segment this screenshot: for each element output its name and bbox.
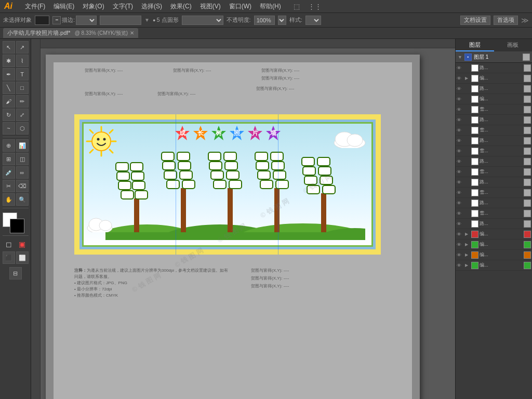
- menu-view[interactable]: 视图(V): [200, 2, 221, 11]
- tab-close-button[interactable]: ✕: [130, 30, 134, 36]
- layer-row[interactable]: 👁 路...: [456, 219, 532, 229]
- column-graph-tool[interactable]: 📊: [16, 139, 29, 152]
- layer-row[interactable]: 👁 雪...: [456, 146, 532, 156]
- scissors-tool[interactable]: ✂: [3, 180, 15, 192]
- zoom-tool[interactable]: 🔍: [16, 193, 29, 206]
- style-select[interactable]: [305, 16, 321, 25]
- layer-row[interactable]: 👁 路...: [456, 177, 532, 188]
- eye-icon[interactable]: 👁: [457, 169, 464, 175]
- stroke-select[interactable]: [76, 16, 97, 25]
- layer-row[interactable]: 👁 雪...: [456, 167, 532, 177]
- eye-icon[interactable]: 👁: [457, 190, 464, 195]
- eye-icon[interactable]: 👁: [457, 117, 464, 123]
- eraser-tool[interactable]: ⌫: [16, 180, 29, 192]
- scale-tool[interactable]: ⤢: [16, 109, 29, 121]
- eye-icon[interactable]: 👁: [457, 86, 464, 91]
- document-tab[interactable]: 小学幼儿学校照片墙.pdf* @ 8.33% (CMYK/预览) ✕: [3, 28, 138, 38]
- svg-rect-53: [208, 152, 221, 161]
- eye-icon[interactable]: 👁: [457, 107, 464, 112]
- layer-row[interactable]: 👁 雪...: [456, 104, 532, 115]
- layer-icon: [471, 210, 478, 217]
- eye-icon[interactable]: 👁: [457, 263, 464, 268]
- prefs-button[interactable]: 首选项: [494, 16, 518, 25]
- eye-icon[interactable]: 👁: [457, 76, 464, 81]
- menu-edit[interactable]: 编辑(E): [54, 2, 74, 11]
- layer-row[interactable]: 👁 ▶ 编...: [456, 250, 532, 260]
- menu-select[interactable]: 选择(S): [141, 2, 162, 11]
- rotate-tool[interactable]: ↻: [3, 109, 15, 121]
- rect-tool[interactable]: □: [16, 82, 29, 94]
- eye-icon[interactable]: 👁: [457, 252, 464, 258]
- stroke-color[interactable]: [10, 219, 24, 233]
- hand-tool[interactable]: ✋: [3, 193, 15, 206]
- layer-row[interactable]: 👁 路...: [456, 136, 532, 146]
- menu-effect[interactable]: 效果(C): [170, 2, 192, 11]
- layer-row[interactable]: 👁 编...: [456, 94, 532, 104]
- expand-icon[interactable]: ≫: [521, 16, 529, 24]
- paintbrush-tool[interactable]: 🖌: [3, 95, 15, 108]
- layer-icon-red: [471, 231, 478, 238]
- ruler-vertical: [31, 39, 41, 399]
- selection-tool[interactable]: ↖: [3, 41, 15, 54]
- lasso-tool[interactable]: ⌇: [16, 55, 29, 67]
- eye-icon[interactable]: 👁: [457, 138, 464, 143]
- warp-tool[interactable]: ~: [3, 122, 15, 135]
- eye-icon[interactable]: 👁: [457, 97, 464, 102]
- selection-label: 未选择对象: [3, 16, 32, 24]
- layer-row[interactable]: 👁 雪...: [456, 125, 532, 136]
- mesh-tool[interactable]: ⊞: [3, 153, 15, 165]
- eyedropper-tool[interactable]: 💉: [3, 166, 15, 179]
- symbol-tool[interactable]: ⊕: [3, 139, 15, 152]
- eye-icon[interactable]: 👁: [457, 201, 464, 206]
- draw-behind[interactable]: ⬜: [16, 251, 29, 264]
- doc-settings-button[interactable]: 文档设置: [460, 16, 490, 25]
- magic-wand-tool[interactable]: ✱: [3, 55, 15, 67]
- eye-icon[interactable]: 👁: [457, 232, 464, 237]
- layer-row[interactable]: 👁 ▶ 编...: [456, 240, 532, 250]
- menu-help[interactable]: 帮助(H): [260, 2, 281, 11]
- eye-icon[interactable]: 👁: [457, 159, 464, 164]
- opacity-input[interactable]: [254, 16, 275, 25]
- tab-layers[interactable]: 图层: [456, 39, 494, 51]
- layer-row[interactable]: 👁 路...: [456, 198, 532, 208]
- type-tool[interactable]: T: [16, 68, 29, 81]
- direct-select-tool[interactable]: ↗: [16, 41, 29, 54]
- layer-row[interactable]: 👁 路...: [456, 156, 532, 167]
- eye-icon[interactable]: 👁: [457, 149, 464, 154]
- layer-row[interactable]: 👁 ▶ 编...: [456, 260, 532, 271]
- eye-icon[interactable]: 👁: [457, 180, 464, 185]
- eye-icon[interactable]: 👁: [457, 128, 464, 133]
- view-toggle[interactable]: ⊟: [9, 267, 22, 280]
- layer-row[interactable]: 👁 雪...: [456, 188, 532, 198]
- eye-icon[interactable]: 👁: [457, 211, 464, 216]
- eye-icon[interactable]: 👁: [457, 242, 464, 247]
- menu-file[interactable]: 文件(F): [25, 2, 45, 11]
- gradient-tool[interactable]: ◫: [16, 153, 29, 165]
- layer-row[interactable]: 👁 ▶ 编...: [456, 73, 532, 84]
- pen-tool[interactable]: ✒: [3, 68, 15, 81]
- menu-object[interactable]: 对象(O): [83, 2, 104, 11]
- eye-icon[interactable]: 👁: [457, 221, 464, 227]
- stroke-size-select[interactable]: [182, 16, 223, 25]
- eye-icon[interactable]: 👁: [457, 65, 464, 71]
- layer-name: 编...: [480, 96, 523, 102]
- draw-normal[interactable]: ⬛: [3, 251, 15, 264]
- free-transform-tool[interactable]: ⬡: [16, 122, 29, 135]
- poster: 成 长 树: [74, 114, 381, 255]
- layer-row[interactable]: 👁 雪...: [456, 208, 532, 219]
- tab-artboards[interactable]: 画板: [494, 39, 533, 51]
- layer-name: 路...: [480, 64, 523, 71]
- opacity-select[interactable]: [278, 16, 286, 25]
- menu-window[interactable]: 窗口(W): [229, 2, 251, 11]
- color-swatch[interactable]: [35, 16, 49, 25]
- layer-name: 路...: [480, 200, 523, 206]
- pencil-tool[interactable]: ✏: [16, 95, 29, 108]
- line-tool[interactable]: ╲: [3, 82, 15, 94]
- layer-icon: [471, 116, 478, 124]
- menu-type[interactable]: 文字(T): [113, 2, 133, 11]
- layer-row[interactable]: 👁 路...: [456, 84, 532, 94]
- layer-row[interactable]: 👁 路...: [456, 63, 532, 73]
- layer-row[interactable]: 👁 路...: [456, 115, 532, 125]
- layer-row[interactable]: 👁 ▶ 编...: [456, 229, 532, 240]
- blend-tool[interactable]: ∞: [16, 166, 29, 179]
